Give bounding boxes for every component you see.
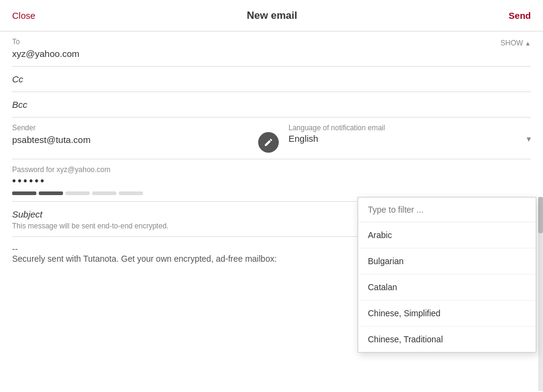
show-label: SHOW bbox=[501, 39, 523, 47]
strength-seg-1 bbox=[12, 191, 36, 195]
language-item-arabic[interactable]: Arabic bbox=[358, 222, 536, 248]
cc-label[interactable]: Cc bbox=[12, 73, 531, 85]
language-item-catalan[interactable]: Catalan bbox=[358, 274, 536, 301]
strength-seg-2 bbox=[39, 191, 63, 195]
edit-icon bbox=[264, 138, 273, 147]
password-strength-bar bbox=[12, 191, 531, 195]
close-button[interactable]: Close bbox=[12, 10, 35, 21]
language-label: Language of notification email bbox=[288, 124, 531, 132]
to-field-row: To xyz@yahoo.com SHOW ▲ bbox=[12, 32, 531, 67]
password-dots[interactable]: •••••• bbox=[12, 175, 531, 188]
to-value[interactable]: xyz@yahoo.com bbox=[12, 47, 531, 60]
send-button[interactable]: Send bbox=[508, 10, 531, 21]
bcc-label[interactable]: Bcc bbox=[12, 98, 531, 111]
language-value-row: English ▾ bbox=[288, 133, 531, 144]
chevron-up-icon: ▲ bbox=[525, 40, 531, 47]
strength-seg-5 bbox=[119, 191, 143, 195]
sender-label: Sender bbox=[12, 124, 234, 132]
language-item-chinese-simplified[interactable]: Chinese, Simplified bbox=[358, 301, 536, 327]
sender-language-row: Sender psabtest@tuta.com Language of not… bbox=[12, 118, 531, 159]
cc-field-row: Cc bbox=[12, 67, 531, 92]
language-item-chinese-traditional[interactable]: Chinese, Traditional bbox=[358, 327, 536, 352]
language-value: English bbox=[288, 133, 318, 144]
to-label: To bbox=[12, 38, 531, 46]
language-filter-input[interactable] bbox=[358, 198, 536, 222]
language-dropdown-arrow[interactable]: ▾ bbox=[527, 134, 531, 144]
email-header: Close New email Send bbox=[0, 0, 543, 32]
scrollbar-thumb[interactable] bbox=[538, 197, 543, 233]
language-section: Language of notification email English ▾ bbox=[288, 124, 531, 144]
sender-value[interactable]: psabtest@tuta.com bbox=[12, 133, 234, 146]
language-item-bulgarian[interactable]: Bulgarian bbox=[358, 248, 536, 274]
password-label: Password for xyz@yahoo.com bbox=[12, 165, 531, 174]
page-title: New email bbox=[247, 10, 297, 22]
language-dropdown: Arabic Bulgarian Catalan Chinese, Simpli… bbox=[358, 197, 536, 353]
sender-section: Sender psabtest@tuta.com bbox=[12, 124, 258, 146]
bcc-field-row: Bcc bbox=[12, 92, 531, 118]
strength-seg-4 bbox=[92, 191, 116, 195]
strength-seg-3 bbox=[65, 191, 90, 195]
show-button[interactable]: SHOW ▲ bbox=[501, 39, 531, 47]
language-dropdown-list: Arabic Bulgarian Catalan Chinese, Simpli… bbox=[358, 222, 536, 352]
password-row: Password for xyz@yahoo.com •••••• bbox=[12, 159, 531, 202]
edit-sender-button[interactable] bbox=[258, 132, 279, 153]
